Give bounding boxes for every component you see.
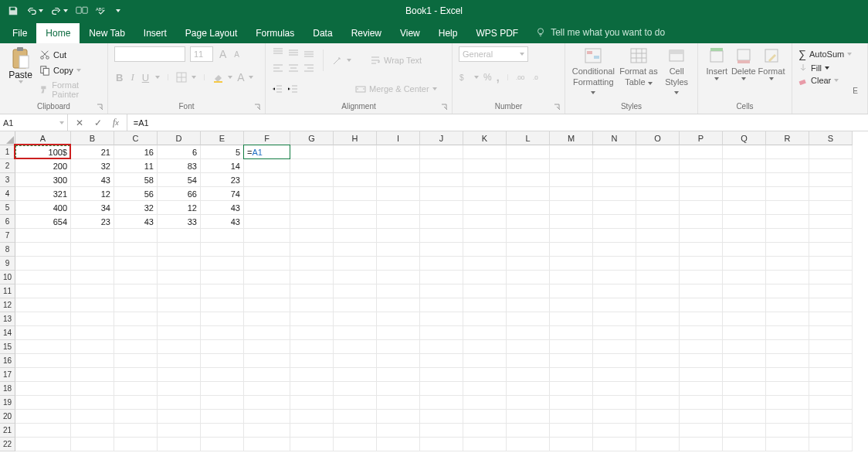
cell[interactable] [550, 271, 593, 284]
dropdown-caret-icon[interactable] [59, 121, 64, 124]
cell[interactable] [158, 368, 201, 382]
cell[interactable] [377, 354, 420, 368]
cell[interactable] [114, 438, 158, 451]
increase-decimal-icon[interactable]: .00 [516, 72, 528, 83]
tab-file[interactable]: File [3, 23, 36, 43]
cell[interactable]: 43 [201, 215, 244, 229]
cell[interactable]: 16 [114, 145, 158, 159]
row-header[interactable]: 15 [0, 340, 15, 354]
cell[interactable] [723, 424, 766, 438]
cell[interactable] [201, 438, 244, 451]
cell[interactable] [420, 410, 463, 424]
cell[interactable] [680, 354, 723, 368]
cell[interactable] [593, 326, 636, 340]
cell[interactable] [114, 257, 158, 271]
cell[interactable] [636, 368, 680, 382]
cell[interactable] [290, 145, 334, 159]
cell[interactable] [71, 438, 114, 451]
cell[interactable] [15, 326, 71, 340]
font-size-input[interactable] [190, 46, 213, 62]
cell[interactable] [550, 354, 593, 368]
tab-page-layout[interactable]: Page Layout [176, 23, 246, 43]
cell[interactable] [809, 312, 853, 326]
column-header[interactable]: B [71, 131, 114, 145]
cell[interactable] [420, 438, 463, 451]
row-header[interactable]: 17 [0, 368, 15, 382]
cell[interactable] [766, 201, 809, 215]
cell[interactable] [377, 187, 420, 201]
cell[interactable] [723, 284, 766, 298]
cell[interactable]: 54 [158, 173, 201, 187]
cell[interactable] [463, 187, 507, 201]
editing-cell[interactable]: =A1 [244, 145, 290, 159]
cell[interactable] [550, 396, 593, 410]
cell[interactable] [290, 298, 334, 312]
cell[interactable] [244, 312, 290, 326]
cell[interactable] [680, 382, 723, 396]
cell[interactable]: 83 [158, 159, 201, 173]
cell[interactable] [244, 438, 290, 451]
cell[interactable] [507, 284, 550, 298]
cell[interactable] [723, 201, 766, 215]
select-all-corner[interactable] [0, 131, 15, 145]
cell[interactable] [680, 312, 723, 326]
cell[interactable] [809, 173, 853, 187]
column-header[interactable]: N [593, 131, 636, 145]
cell[interactable] [463, 382, 507, 396]
tab-data[interactable]: Data [303, 23, 341, 43]
cell[interactable]: 58 [114, 173, 158, 187]
row-header[interactable]: 11 [0, 284, 15, 298]
cell[interactable] [244, 368, 290, 382]
cell[interactable] [377, 410, 420, 424]
cell[interactable] [463, 284, 507, 298]
column-header[interactable]: I [377, 131, 420, 145]
cell[interactable] [766, 215, 809, 229]
cell[interactable] [550, 438, 593, 451]
dropdown-caret-icon[interactable] [432, 87, 437, 90]
cell[interactable] [636, 187, 680, 201]
cell[interactable]: 43 [114, 215, 158, 229]
cell[interactable] [114, 326, 158, 340]
cell[interactable] [334, 271, 377, 284]
cell[interactable]: 321 [15, 187, 71, 201]
cell[interactable] [420, 215, 463, 229]
cell[interactable] [636, 173, 680, 187]
cell[interactable] [463, 424, 507, 438]
cell[interactable] [550, 187, 593, 201]
cell[interactable] [507, 243, 550, 257]
cell[interactable] [550, 159, 593, 173]
cell[interactable] [550, 243, 593, 257]
cell[interactable] [290, 159, 334, 173]
cell[interactable] [463, 215, 507, 229]
redo-icon[interactable] [51, 5, 68, 16]
column-header[interactable]: C [114, 131, 158, 145]
cell[interactable] [593, 284, 636, 298]
cell[interactable] [334, 326, 377, 340]
cell[interactable] [593, 298, 636, 312]
cell[interactable] [636, 438, 680, 451]
cell[interactable] [809, 438, 853, 451]
row-header[interactable]: 7 [0, 229, 15, 243]
cell[interactable] [420, 396, 463, 410]
cell[interactable] [593, 145, 636, 159]
cell[interactable] [550, 215, 593, 229]
cell[interactable] [15, 257, 71, 271]
cell[interactable] [680, 229, 723, 243]
cell[interactable] [507, 438, 550, 451]
cell[interactable] [463, 229, 507, 243]
cell[interactable] [723, 271, 766, 284]
cell[interactable] [507, 340, 550, 354]
cell[interactable] [593, 201, 636, 215]
tab-view[interactable]: View [391, 23, 429, 43]
increase-font-icon[interactable]: A [218, 48, 228, 60]
cell[interactable]: 100$ [15, 145, 71, 159]
dropdown-caret-icon[interactable] [474, 76, 479, 79]
dropdown-caret-icon[interactable] [228, 76, 232, 79]
dropdown-caret-icon[interactable] [249, 76, 253, 79]
cell[interactable] [766, 312, 809, 326]
cell[interactable] [593, 312, 636, 326]
cell[interactable] [377, 215, 420, 229]
row-header[interactable]: 9 [0, 257, 15, 271]
cell[interactable] [680, 424, 723, 438]
cell[interactable] [463, 312, 507, 326]
